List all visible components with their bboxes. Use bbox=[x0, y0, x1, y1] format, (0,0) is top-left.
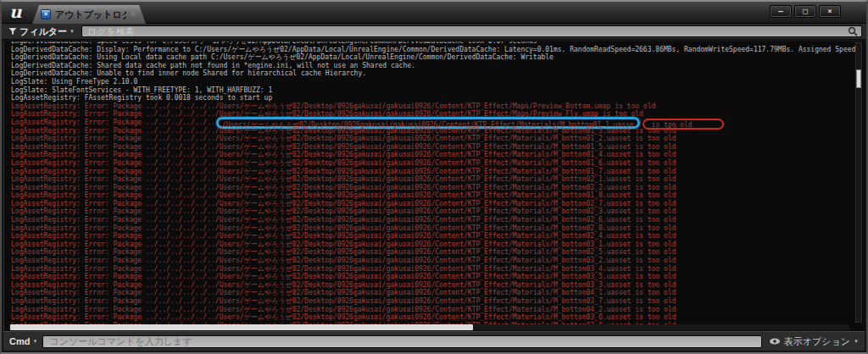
cmd-label: Cmd bbox=[9, 336, 30, 346]
log-line[interactable]: LogAssetRegistry: Error: Package ../../.… bbox=[4, 224, 854, 233]
chevron-down-icon: ▼ bbox=[70, 29, 75, 34]
log-line[interactable]: LogAssetRegistry: Error: Package ../../.… bbox=[4, 102, 854, 111]
tab-close-icon[interactable]: × bbox=[131, 10, 136, 19]
log-line[interactable]: LogAssetRegistry: Error: Package ../../.… bbox=[4, 306, 854, 314]
log-line[interactable]: LogAssetRegistry: Error: Package ../../.… bbox=[4, 281, 854, 290]
filter-funnel-icon bbox=[8, 27, 17, 36]
maximize-button[interactable]: □ bbox=[794, 5, 816, 18]
chevron-down-icon: ▼ bbox=[32, 339, 37, 344]
log-line[interactable]: LogAssetRegistry: Error: Package ../../.… bbox=[4, 248, 854, 257]
log-line[interactable]: LogAssetRegistry: Error: Package ../../.… bbox=[4, 289, 854, 297]
log-line[interactable]: LogAssetRegistry: Error: Package ../../.… bbox=[4, 135, 854, 143]
log-line[interactable]: LogAssetRegistry: Error: Package ../../.… bbox=[4, 232, 854, 241]
filter-label: フィルター bbox=[19, 25, 67, 38]
log-line[interactable]: LogDerivedDataCache: Shared data cache p… bbox=[4, 62, 854, 70]
log-line[interactable]: LogDerivedDataCache: Display: Performanc… bbox=[4, 46, 854, 54]
filter-button[interactable]: フィルター ▼ bbox=[6, 25, 77, 38]
log-line[interactable]: LogAssetRegistry: Error: Package ../../.… bbox=[4, 191, 854, 200]
log-line[interactable]: LogAssetRegistry: Error: Package ../../.… bbox=[4, 151, 854, 159]
log-line[interactable]: LogSlate: Using FreeType 2.10.0 bbox=[4, 78, 854, 86]
log-line[interactable]: LogAssetRegistry: Error: Package ../../.… bbox=[4, 216, 854, 224]
tab-label: アウトプットログ bbox=[55, 8, 126, 21]
log-line[interactable]: LogAssetRegistry: Error: Package ../../.… bbox=[4, 168, 854, 176]
command-bar: Cmd ▼ 表示オプション ▼ bbox=[3, 331, 865, 351]
horizontal-scrollbar-thumb[interactable] bbox=[10, 324, 473, 330]
log-line[interactable]: LogSlate: SlateFontServices - WITH_FREET… bbox=[4, 86, 854, 95]
vertical-scrollbar[interactable] bbox=[855, 42, 862, 323]
log-line[interactable]: LogAssetRegistry: Error: Package ../../.… bbox=[4, 265, 854, 274]
output-log-window: u » アウトプットログ × – □ × フィルター ▼ bbox=[0, 0, 868, 354]
log-line[interactable]: LogAssetRegistry: Error: Package ../../.… bbox=[4, 159, 854, 168]
log-line[interactable]: LogAssetRegistry: Error: Package ../../.… bbox=[4, 297, 854, 306]
chevron-down-icon: ▼ bbox=[854, 339, 859, 344]
console-command-box bbox=[42, 335, 761, 348]
log-line[interactable]: LogAssetRegistry: Error: Package ../../.… bbox=[4, 119, 854, 127]
log-line[interactable]: LogAssetRegistry: Error: Package ../../.… bbox=[4, 241, 854, 249]
minimize-button[interactable]: – bbox=[770, 5, 792, 18]
cmd-dropdown-button[interactable]: Cmd ▼ bbox=[9, 336, 37, 346]
window-controls: – □ × bbox=[770, 5, 841, 18]
log-line[interactable]: LogAssetRegistry: Error: Package ../../.… bbox=[4, 200, 854, 208]
eye-icon bbox=[769, 337, 781, 346]
search-input[interactable] bbox=[86, 25, 848, 37]
titlebar: u » アウトプットログ × – □ × bbox=[2, 2, 866, 24]
log-lines: LogDerivedDataCache: Speed tests for C:/… bbox=[4, 41, 854, 329]
log-search-box bbox=[81, 25, 862, 37]
log-line[interactable]: LogAssetRegistry: Error: Package ../../.… bbox=[4, 184, 854, 192]
output-log-icon: » bbox=[41, 9, 51, 19]
vertical-scrollbar-thumb[interactable] bbox=[856, 69, 861, 88]
tab-output-log[interactable]: » アウトプットログ × bbox=[32, 5, 146, 24]
log-line-prefix: LogAssetRegistry: Error: Package ../../.… bbox=[11, 119, 215, 126]
view-options-label: 表示オプション bbox=[784, 335, 850, 348]
log-line[interactable]: LogAssetRegistry: Error: Package ../../.… bbox=[4, 273, 854, 281]
log-line[interactable]: LogAssetRegistry: Error: Package ../../.… bbox=[4, 175, 854, 184]
log-line[interactable]: LogAssetRegistry: Error: Package ../../.… bbox=[4, 257, 854, 265]
log-area: LogDerivedDataCache: Speed tests for C:/… bbox=[3, 41, 865, 331]
close-button[interactable]: × bbox=[819, 5, 841, 18]
search-icon bbox=[848, 26, 858, 36]
log-line[interactable]: LogAssetRegistry: Error: Package ../../.… bbox=[4, 143, 854, 152]
log-line[interactable]: LogDerivedDataCache: Using Local data ca… bbox=[4, 53, 854, 62]
log-line[interactable]: LogAssetRegistry: Error: Package ../../.… bbox=[4, 207, 854, 216]
log-line[interactable]: LogAssetRegistry: Error: Package ../../.… bbox=[4, 313, 854, 322]
log-line[interactable]: LogAssetRegistry: FAssetRegistry took 0.… bbox=[4, 94, 854, 102]
horizontal-scrollbar[interactable] bbox=[8, 324, 849, 330]
unreal-logo: u bbox=[9, 2, 22, 22]
filter-toolbar: フィルター ▼ bbox=[2, 24, 866, 40]
log-line[interactable]: LogDerivedDataCache: Unable to find inne… bbox=[4, 69, 854, 78]
log-line[interactable]: LogAssetRegistry: Error: Package ../../.… bbox=[4, 127, 854, 136]
console-command-input[interactable] bbox=[47, 335, 756, 347]
view-options-button[interactable]: 表示オプション ▼ bbox=[769, 335, 859, 348]
